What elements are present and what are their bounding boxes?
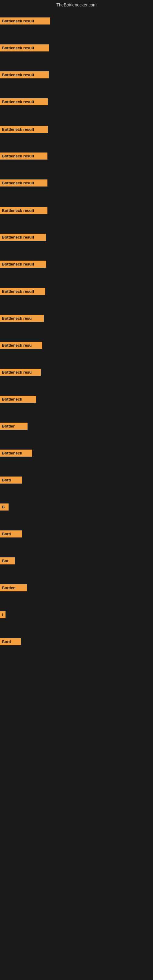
bottleneck-result-item: I [0, 611, 5, 618]
bottleneck-result-item: Bottleneck result [0, 234, 46, 241]
site-title: TheBottlenecker.com [0, 0, 153, 9]
bottleneck-result-item: Bottlen [0, 584, 27, 591]
bottleneck-result-item: Bottleneck resu [0, 315, 44, 322]
bottleneck-result-item: B [0, 503, 9, 511]
bottleneck-result-item: Bottl [0, 530, 22, 538]
bottleneck-result-item: Bottleneck result [0, 45, 49, 51]
bottleneck-result-item: Bottler [0, 423, 27, 430]
bottleneck-result-item: Bottl [0, 477, 22, 484]
bottleneck-result-item: Bottleneck result [0, 261, 46, 268]
bottleneck-result-item: Bottl [0, 638, 21, 645]
bottleneck-result-item: Bottleneck result [0, 18, 50, 24]
bottleneck-result-item: Bottleneck resu [0, 342, 42, 349]
bottleneck-result-item: Bottleneck resu [0, 369, 41, 376]
bottleneck-result-item: Bottleneck result [0, 288, 45, 295]
bottleneck-result-item: Bottleneck result [0, 180, 48, 186]
bottleneck-result-item: Bottleneck result [0, 207, 48, 214]
bottleneck-result-item: Bottleneck result [0, 126, 48, 133]
bottleneck-result-item: Bottleneck [0, 450, 32, 457]
bottleneck-result-item: Bottleneck result [0, 72, 49, 78]
bottleneck-result-item: Bottleneck result [0, 98, 48, 105]
bottleneck-result-item: Bot [0, 557, 15, 565]
bottleneck-result-item: Bottleneck [0, 396, 36, 403]
bottleneck-result-item: Bottleneck result [0, 153, 48, 159]
